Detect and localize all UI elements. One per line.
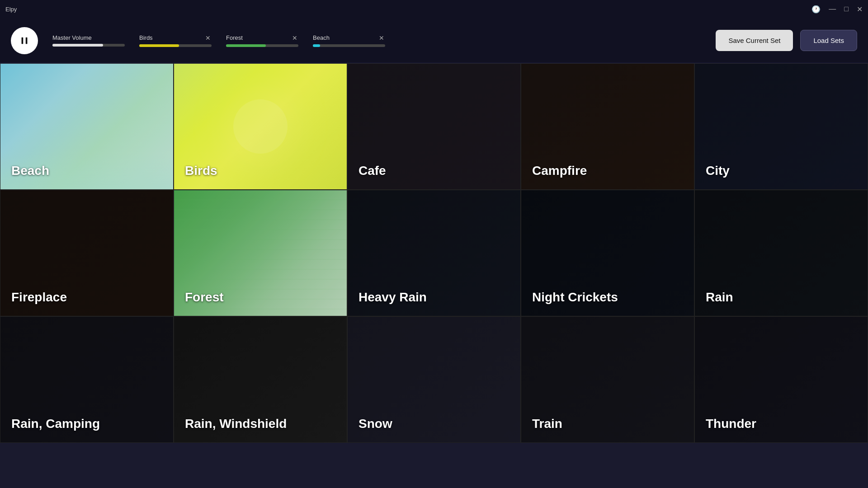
window-controls: 🕐 — □ ✕	[811, 5, 863, 14]
card-beach[interactable]: Beach	[0, 63, 174, 190]
channel-beach-close[interactable]: ✕	[378, 34, 385, 42]
channel-forest-close[interactable]: ✕	[291, 34, 298, 42]
master-volume-label: Master Volume	[52, 34, 125, 41]
card-campfire-label: Campfire	[532, 163, 587, 178]
close-icon[interactable]: ✕	[857, 5, 863, 14]
card-fireplace-label: Fireplace	[11, 290, 67, 305]
card-heavyrain-label: Heavy Rain	[359, 290, 427, 305]
card-raincamping[interactable]: Rain, Camping	[0, 316, 174, 443]
card-birds[interactable]: Birds	[174, 63, 347, 190]
card-thunder-label: Thunder	[706, 416, 756, 432]
card-city-label: City	[706, 163, 730, 178]
channel-birds-close[interactable]: ✕	[204, 34, 212, 42]
load-sets-button[interactable]: Load Sets	[800, 30, 857, 51]
save-current-set-button[interactable]: Save Current Set	[716, 30, 793, 51]
svg-rect-1	[26, 37, 28, 44]
minimize-icon[interactable]: —	[829, 5, 836, 13]
header: Master Volume Birds ✕ Forest ✕ Beach ✕	[0, 18, 868, 63]
card-snow[interactable]: Snow	[347, 316, 521, 443]
channel-birds: Birds ✕	[139, 34, 212, 47]
svg-rect-0	[22, 37, 24, 44]
app-title: Elpy	[5, 6, 17, 13]
card-rain-label: Rain	[706, 290, 733, 305]
card-birds-label: Birds	[185, 163, 217, 178]
channel-beach-slider[interactable]	[313, 44, 385, 47]
card-train-label: Train	[532, 416, 562, 432]
history-icon[interactable]: 🕐	[811, 5, 821, 14]
card-forest[interactable]: Forest	[174, 190, 347, 316]
maximize-icon[interactable]: □	[844, 5, 849, 13]
card-rainwindshield-label: Rain, Windshield	[185, 416, 287, 432]
card-thunder[interactable]: Thunder	[694, 316, 868, 443]
card-beach-label: Beach	[11, 163, 49, 178]
card-rainwindshield[interactable]: Rain, Windshield	[174, 316, 347, 443]
card-campfire[interactable]: Campfire	[521, 63, 694, 190]
channel-birds-label: Birds	[139, 34, 153, 41]
channel-forest-label: Forest	[226, 34, 243, 41]
pause-button[interactable]	[11, 27, 38, 54]
card-rain[interactable]: Rain	[694, 190, 868, 316]
master-volume-group: Master Volume	[52, 34, 125, 47]
card-cafe-label: Cafe	[359, 163, 386, 178]
card-nightcrickets-label: Night Crickets	[532, 290, 618, 305]
card-raincamping-label: Rain, Camping	[11, 416, 100, 432]
channel-birds-slider[interactable]	[139, 44, 212, 47]
channel-beach-label: Beach	[313, 34, 330, 41]
master-volume-slider[interactable]	[52, 44, 125, 47]
card-train[interactable]: Train	[521, 316, 694, 443]
card-forest-label: Forest	[185, 290, 224, 305]
channel-forest: Forest ✕	[226, 34, 298, 47]
card-fireplace[interactable]: Fireplace	[0, 190, 174, 316]
card-cafe[interactable]: Cafe	[347, 63, 521, 190]
card-city[interactable]: City	[694, 63, 868, 190]
channel-forest-slider[interactable]	[226, 44, 298, 47]
card-nightcrickets[interactable]: Night Crickets	[521, 190, 694, 316]
card-snow-label: Snow	[359, 416, 392, 432]
channel-beach: Beach ✕	[313, 34, 385, 47]
card-heavyrain[interactable]: Heavy Rain	[347, 190, 521, 316]
sound-grid: Beach Birds Cafe Campfire City Fireplace…	[0, 63, 868, 488]
titlebar: Elpy 🕐 — □ ✕	[0, 0, 868, 18]
header-actions: Save Current Set Load Sets	[716, 30, 857, 51]
